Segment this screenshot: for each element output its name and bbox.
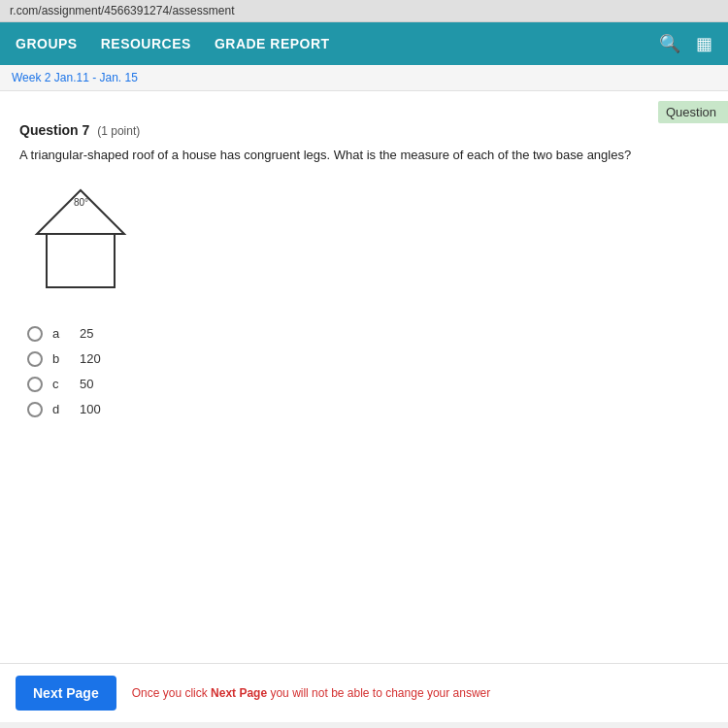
warning-text: Once you click Next Page you will not be… — [132, 686, 491, 700]
next-page-button[interactable]: Next Page — [16, 676, 116, 711]
address-bar: r.com/assignment/4566391274/assessment — [0, 0, 728, 22]
main-content: Question Question 7 (1 point) A triangul… — [0, 91, 728, 722]
nav-grade-report[interactable]: GRADE REPORT — [215, 36, 330, 51]
breadcrumb: Week 2 Jan.11 - Jan. 15 — [0, 65, 728, 91]
menu-icon[interactable]: ▦ — [696, 33, 712, 54]
question-number: Question 7 — [19, 122, 89, 138]
svg-text:80°: 80° — [74, 197, 88, 208]
warning-bold: Next Page — [211, 686, 267, 700]
radio-a[interactable] — [27, 326, 43, 342]
option-value-c: 50 — [80, 377, 93, 391]
option-letter-a: a — [52, 326, 64, 341]
option-letter-d: d — [52, 402, 64, 416]
option-value-d: 100 — [80, 402, 101, 416]
option-letter-c: c — [52, 377, 64, 391]
house-svg: 80° — [27, 181, 134, 307]
option-letter-b: b — [52, 351, 64, 366]
breadcrumb-label: Week 2 Jan.11 - Jan. 15 — [12, 71, 138, 84]
question-label-top: Question — [658, 101, 728, 123]
nav-groups[interactable]: GROUPS — [16, 36, 78, 51]
question-header: Question 7 (1 point) — [19, 122, 709, 138]
option-row-a: a 25 — [27, 326, 709, 342]
radio-b[interactable] — [27, 351, 43, 367]
warning-prefix: Once you click — [132, 686, 211, 700]
url-text: r.com/assignment/4566391274/assessment — [10, 4, 234, 17]
radio-c[interactable] — [27, 377, 43, 392]
option-row-b: b 120 — [27, 351, 709, 367]
nav-bar: GROUPS RESOURCES GRADE REPORT 🔍 ▦ — [0, 22, 728, 65]
question-text: A triangular-shaped roof of a house has … — [19, 146, 709, 165]
options-container: a 25 b 120 c 50 d 100 — [27, 326, 709, 417]
search-icon[interactable]: 🔍 — [659, 33, 680, 54]
house-diagram: 80° — [27, 181, 709, 307]
option-row-d: d 100 — [27, 402, 709, 417]
warning-suffix: you will not be able to change your answ… — [267, 686, 490, 700]
option-value-b: 120 — [80, 351, 101, 366]
svg-rect-1 — [47, 234, 115, 287]
bottom-bar: Next Page Once you click Next Page you w… — [0, 663, 728, 722]
option-row-c: c 50 — [27, 377, 709, 392]
nav-resources[interactable]: RESOURCES — [101, 36, 191, 51]
option-value-a: 25 — [80, 326, 93, 341]
question-points: (1 point) — [97, 124, 140, 138]
radio-d[interactable] — [27, 402, 43, 417]
